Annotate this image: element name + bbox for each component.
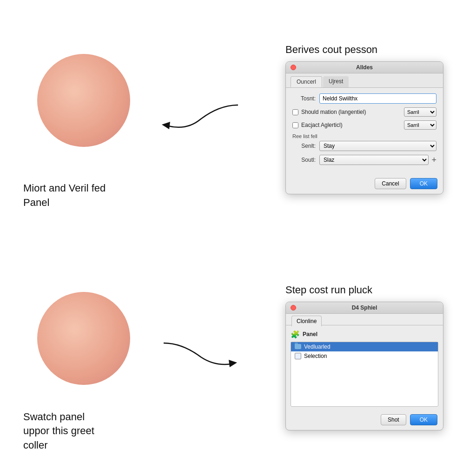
bottom-right-panel: Step cost run pluck D4 Sphiel Clonline 🧩 [285, 284, 453, 430]
top-dialog: Alldes Ouncerl Ujrest Tosnt: [285, 61, 443, 194]
checkbox2[interactable] [292, 122, 298, 128]
top-arrow-svg [154, 100, 247, 138]
bottom-row: Swatch panel uppor this greet coller Ste… [0, 238, 476, 476]
bottom-dialog-titlebar: D4 Sphiel [286, 302, 443, 314]
tab-ujrest[interactable]: Ujrest [323, 76, 349, 87]
cancel-button[interactable]: Cancel [375, 178, 406, 189]
tosnt-field-row: Tosnt: [292, 93, 436, 104]
checkbox2-select[interactable]: Sarril [404, 120, 436, 130]
tosnt-input[interactable] [319, 93, 436, 104]
checkbox2-row: Eacjact Aglerticl) Sarril [292, 120, 436, 130]
checkbox2-label: Eacjact Aglerticl) [301, 122, 404, 128]
bottom-circle-label: Swatch panel uppor this greet coller [23, 410, 116, 453]
top-dialog-titlebar: Alldes [286, 62, 443, 73]
plus-button[interactable]: + [431, 155, 436, 165]
bottom-dialog: D4 Sphiel Clonline 🧩 Panel [285, 302, 443, 430]
bottom-heading: Step cost run pluck [285, 284, 372, 296]
top-circle-label: Miort and Veril fed Panel [23, 181, 106, 210]
checkbox1-select[interactable]: Sarril [404, 107, 436, 117]
top-dialog-body: Tosnt: Should mation (langentiel) Sarril [286, 88, 443, 174]
top-dialog-title: Alldes [356, 64, 373, 71]
top-row: Miort and Veril fed Panel Berives cout p… [0, 0, 476, 238]
bottom-dialog-footer: Shot OK [286, 410, 443, 430]
folder-icon [295, 344, 301, 349]
senlt-row: Senlt: Stay [292, 141, 436, 151]
group-label: Ree list fell [292, 133, 436, 139]
main-layout: Miort and Veril fed Panel Berives cout p… [0, 0, 476, 476]
soutl-row: Soutl: Slaz + [292, 155, 436, 165]
tosnt-label: Tosnt: [292, 95, 316, 102]
svg-marker-0 [162, 122, 170, 129]
bottom-traffic-light-red[interactable] [291, 305, 296, 311]
ok-button[interactable]: OK [410, 178, 437, 189]
bottom-tab-bar: Clonline [286, 314, 443, 325]
checkbox1[interactable] [292, 109, 298, 115]
bottom-dialog-body: 🧩 Panel Vedluarled Selection [286, 325, 443, 410]
traffic-light-red[interactable] [291, 65, 296, 70]
list-item-vedluarled[interactable]: Vedluarled [291, 342, 438, 351]
top-arrow-area [116, 73, 285, 165]
checkbox1-label: Should mation (langentiel) [301, 109, 404, 115]
list-item-selection[interactable]: Selection [291, 351, 438, 361]
soutl-select[interactable]: Slaz [319, 155, 429, 165]
checkbox1-row: Should mation (langentiel) Sarril [292, 107, 436, 117]
bottom-dialog-title: D4 Sphiel [352, 304, 377, 311]
top-dialog-footer: Cancel OK [286, 174, 443, 194]
soutl-label: Soutl: [292, 157, 316, 163]
senlt-select[interactable]: Stay [319, 141, 436, 151]
bottom-arrow-svg [154, 338, 247, 376]
panel-section-label: 🧩 Panel [291, 330, 438, 339]
file-icon [295, 353, 301, 359]
tab-ouncerl[interactable]: Ouncerl [291, 76, 322, 87]
file-list-box: Vedluarled Selection [291, 342, 438, 407]
svg-marker-1 [229, 360, 237, 367]
senlt-label: Senlt: [292, 143, 316, 149]
shot-button[interactable]: Shot [381, 414, 406, 425]
top-heading: Berives cout pesson [285, 44, 377, 56]
top-right-panel: Berives cout pesson Alldes Ouncerl Ujres… [285, 44, 453, 194]
tab-clonline[interactable]: Clonline [291, 316, 322, 326]
bottom-arrow-area [116, 311, 285, 403]
bottom-ok-button[interactable]: OK [410, 414, 437, 425]
top-dialog-tabs: Ouncerl Ujrest [286, 73, 443, 88]
